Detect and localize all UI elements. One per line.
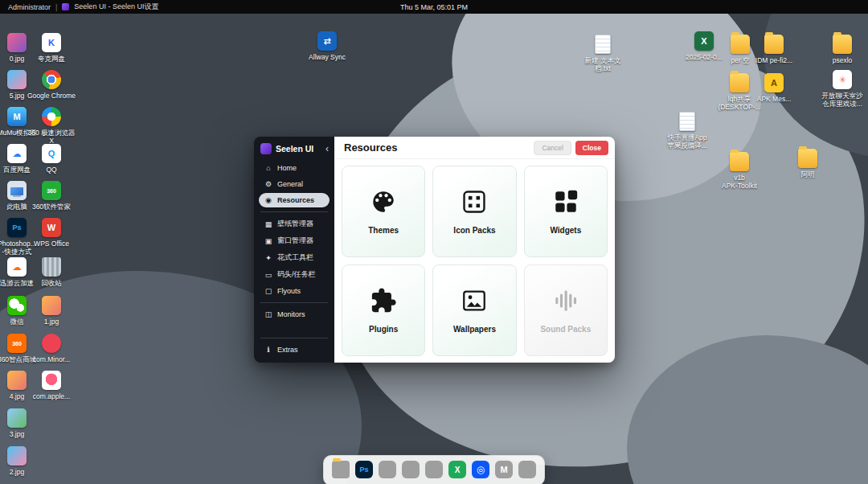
- desktop-icon-image: [42, 107, 61, 126]
- sidebar-item-icon: ▣: [264, 236, 273, 246]
- resource-card-widgets[interactable]: Widgets: [524, 166, 608, 257]
- close-button[interactable]: Close: [575, 141, 608, 155]
- desktop-screen: Administrator | Seelen UI - Seelen UI设置 …: [0, 0, 868, 484]
- desktop-icon-image: 360: [42, 181, 61, 200]
- collapse-sidebar-button[interactable]: ‹: [326, 144, 329, 154]
- clock[interactable]: Thu 5 Mar, 05:01 PM: [400, 3, 468, 11]
- desktop-icon-label: IDM pe-fi2...: [755, 56, 792, 64]
- desktop-icon-label: QQ: [46, 166, 56, 174]
- desktop-icon-label: 2.jpg: [10, 468, 24, 476]
- sidebar-item[interactable]: ▢ Flyouts: [259, 284, 330, 298]
- card-label: Icon Packs: [453, 226, 495, 235]
- dock-mumu[interactable]: M: [494, 460, 514, 479]
- desktop-icon-label: 360软件管家: [32, 203, 71, 211]
- desktop-icon[interactable]: W WPS Office: [27, 218, 76, 248]
- dock-browser[interactable]: [401, 460, 420, 479]
- desktop-icon-image: [7, 33, 27, 52]
- desktop-icon-label: 5.jpg: [10, 92, 24, 100]
- sidebar-item[interactable]: ✦ 花式工具栏: [259, 250, 330, 265]
- dock-item-icon: [332, 461, 350, 478]
- desktop-icon-label: com.apple...: [33, 392, 70, 400]
- sidebar-item-icon: ℹ: [264, 345, 273, 355]
- desktop-icon-label: 夸克网盘: [38, 55, 65, 63]
- dock-blue-app[interactable]: ◎: [471, 460, 490, 479]
- desktop-icon-label: WPS Office: [34, 240, 69, 248]
- desktop-icon[interactable]: psexlo: [818, 35, 866, 64]
- dock-item-icon: Ps: [355, 461, 373, 478]
- sidebar-item-icon: ✦: [264, 253, 273, 263]
- desktop-icon[interactable]: 360 360软件管家: [27, 181, 76, 211]
- desktop-icon[interactable]: IDM pe-fi2...: [750, 35, 798, 64]
- sidebar-item[interactable]: ℹ Extras: [259, 342, 330, 357]
- desktop-icon[interactable]: 新建 文本文 档.txt: [579, 35, 627, 72]
- topbar: Administrator | Seelen UI - Seelen UI设置 …: [0, 0, 868, 14]
- dock-item-icon: M: [495, 461, 513, 478]
- desktop-icon-image: [7, 408, 27, 428]
- desktop-icon-image: [595, 35, 611, 54]
- sidebar-item-icon: ⌂: [264, 163, 273, 173]
- dock-item-icon: [379, 461, 396, 478]
- desktop-icon-image: ☁: [7, 144, 27, 163]
- resource-card-wallpapers[interactable]: Wallpapers: [432, 265, 516, 356]
- user-label[interactable]: Administrator: [8, 3, 51, 11]
- sidebar-item-label: 壁纸管理器: [277, 219, 313, 229]
- desktop-icon[interactable]: 360 极速浏览器X: [27, 107, 76, 145]
- sidebar-item-label: 码头/任务栏: [277, 269, 316, 280]
- sidebar-item: [260, 338, 328, 338]
- sidebar-item-label: Flyouts: [277, 287, 301, 295]
- sidebar-item-icon: ▭: [264, 270, 273, 280]
- desktop-icon[interactable]: 回收站: [27, 257, 76, 287]
- desktop-icon[interactable]: Q QQ: [27, 144, 76, 174]
- dock-chrome[interactable]: [378, 460, 397, 479]
- sidebar-item[interactable]: ◉ Resources: [259, 193, 330, 207]
- dock-item-icon: X: [448, 461, 466, 478]
- desktop-icon[interactable]: 快手直播App 苹果反编译...: [663, 112, 711, 150]
- desktop-icon[interactable]: K 夸克网盘: [27, 33, 76, 63]
- desktop-icon[interactable]: v1b APK-Toolkit: [715, 152, 764, 190]
- dock-notes[interactable]: [424, 460, 444, 479]
- desktop-icon-image: [679, 112, 695, 131]
- resource-card-plugins[interactable]: Plugins: [342, 265, 425, 356]
- desktop-icon[interactable]: 1.jpg: [27, 296, 76, 326]
- desktop-icon[interactable]: ⇄ Allway Sync: [303, 31, 351, 61]
- desktop-icon-label: 回收站: [41, 279, 62, 287]
- settings-sidebar: Seelen UI ‹ ⌂ Home ⚙ General: [254, 137, 334, 363]
- desktop-icon-image: [7, 446, 27, 466]
- topbar-app-title[interactable]: Seelen UI - Seelen UI设置: [74, 2, 158, 12]
- dock-excel[interactable]: X: [448, 460, 467, 479]
- desktop-icon[interactable]: A APK Mes...: [750, 73, 798, 103]
- desktop-icon[interactable]: com.apple...: [27, 371, 76, 400]
- desktop-icon[interactable]: 3.jpg: [0, 408, 41, 438]
- resource-card-icon-packs[interactable]: Icon Packs: [432, 166, 516, 257]
- resource-card-themes[interactable]: Themes: [342, 166, 425, 257]
- desktop-icon-image: W: [42, 218, 61, 237]
- resource-cards: Themes Icon Packs: [334, 159, 615, 363]
- sound-packs-waveform-icon: [552, 287, 579, 314]
- sidebar-item[interactable]: ▣ 窗口管理器: [259, 233, 330, 248]
- desktop-icon[interactable]: ✳ 开放聊天室沙 仓库里戏读...: [818, 70, 866, 108]
- sidebar-item[interactable]: ⚙ General: [259, 177, 330, 191]
- wallpapers-image-icon: [461, 287, 488, 314]
- desktop-icon[interactable]: Google Chrome: [27, 70, 76, 100]
- dock-photoshop[interactable]: Ps: [354, 460, 374, 479]
- dock-seelen[interactable]: [518, 460, 537, 479]
- seelen-logo-icon: [260, 143, 272, 154]
- desktop-icon-image: [731, 35, 750, 54]
- sidebar-item-icon: ▦: [264, 219, 273, 229]
- app-name: Seelen UI: [276, 144, 313, 154]
- sidebar-item-icon: ◫: [264, 310, 273, 319]
- widgets-icon: [552, 188, 579, 215]
- desktop-icon[interactable]: 阿明: [784, 149, 832, 178]
- sidebar-item[interactable]: ▭ 码头/任务栏: [259, 267, 330, 282]
- dock-item-icon: ◎: [472, 461, 489, 478]
- sidebar-header: Seelen UI ‹: [254, 137, 334, 160]
- plugins-puzzle-icon: [370, 287, 397, 314]
- card-label: Wallpapers: [453, 325, 496, 334]
- desktop-icon[interactable]: com.Minor...: [27, 334, 76, 363]
- sidebar-item[interactable]: ◫ Monitors: [259, 307, 330, 322]
- sidebar-item[interactable]: ⌂ Home: [259, 161, 330, 175]
- cancel-button[interactable]: Cancel: [534, 141, 571, 155]
- desktop-icon[interactable]: 2.jpg: [0, 446, 41, 476]
- sidebar-item[interactable]: ▦ 壁纸管理器: [259, 216, 330, 232]
- dock-files[interactable]: [331, 460, 350, 479]
